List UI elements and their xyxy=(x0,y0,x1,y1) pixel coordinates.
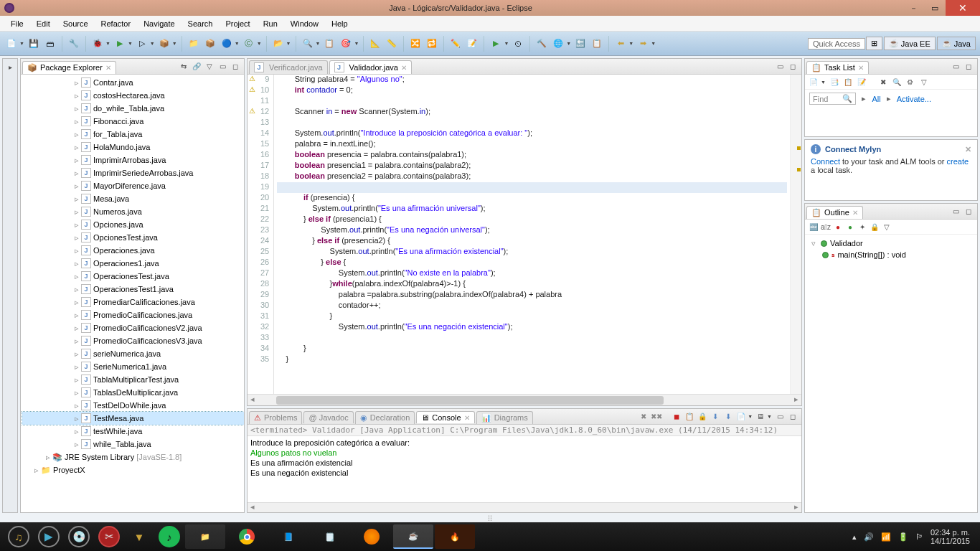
toolbar-button[interactable]: ▶ xyxy=(489,37,503,51)
dropdown-icon[interactable]: ▼ xyxy=(316,41,321,46)
toolbar-button[interactable]: 🎯 xyxy=(339,37,353,51)
outline-class[interactable]: ▿ Validador xyxy=(809,237,973,249)
minimize-icon[interactable]: ▭ xyxy=(951,207,961,217)
console-tool[interactable]: ✖ xyxy=(639,412,649,422)
dropdown-icon[interactable]: ▼ xyxy=(172,41,177,46)
console-output[interactable]: Introduce la preposición categórica a ev… xyxy=(248,436,801,502)
minimize-icon[interactable]: ▭ xyxy=(951,62,961,72)
menu-window[interactable]: Window xyxy=(284,18,325,29)
toolbar-button[interactable]: 📦 xyxy=(203,37,217,51)
maximize-icon[interactable]: ◻ xyxy=(230,62,240,72)
back-button[interactable]: ⬅ xyxy=(613,37,628,51)
all-link[interactable]: All xyxy=(872,95,880,103)
file-row[interactable]: ▹Fibonacci.java xyxy=(22,115,244,128)
toolbar-button[interactable]: 📝 xyxy=(465,37,479,51)
file-row[interactable]: ▹Numeros.java xyxy=(22,205,244,218)
close-button[interactable]: ✕ xyxy=(946,0,980,16)
console-tool[interactable]: 📋 xyxy=(684,412,694,422)
file-row[interactable]: ▹TablasDeMultiplicar.java xyxy=(22,386,244,399)
activate-link[interactable]: Activate... xyxy=(897,95,931,103)
perspective-java[interactable]: ☕Java xyxy=(937,37,976,50)
file-row[interactable]: ▹PromedioCalificaciones.java xyxy=(22,309,244,321)
maximize-button[interactable]: ▭ xyxy=(924,0,946,16)
outline-tool[interactable]: ✦ xyxy=(857,222,867,232)
horizontal-scrollbar[interactable]: ◂ ▸ xyxy=(248,394,801,405)
console-tool[interactable]: 🖥 xyxy=(755,412,765,422)
file-row[interactable]: ▹PromediarCalificaciones.java xyxy=(22,296,244,309)
quick-access-input[interactable]: Quick Access xyxy=(808,38,865,50)
tasklist-tool[interactable]: 📋 xyxy=(843,77,853,87)
file-row[interactable]: ▹for_Tabla.java xyxy=(22,128,244,141)
file-row[interactable]: ▹TestDelDoWhile.java xyxy=(22,399,244,412)
tab-tasklist[interactable]: 📋Task List✕ xyxy=(806,61,869,74)
close-icon[interactable]: ✕ xyxy=(852,209,858,217)
taskbar-app[interactable]: ✂ xyxy=(95,524,123,549)
forward-button[interactable]: ➡ xyxy=(636,37,650,51)
file-row[interactable]: ▹TablaMultiplicarTest.java xyxy=(22,373,244,386)
close-icon[interactable]: ✕ xyxy=(401,64,407,72)
file-row[interactable]: ▹Mesa.java xyxy=(22,192,244,205)
minimize-icon[interactable]: ▭ xyxy=(775,412,785,422)
taskbar-app[interactable]: 💿 xyxy=(65,524,93,549)
link-editor-icon[interactable]: 🔗 xyxy=(192,62,202,72)
taskbar-app-spotify[interactable]: ♪ xyxy=(155,524,184,549)
run-button[interactable]: ▶ xyxy=(113,37,127,51)
outline-tool[interactable]: 🔒 xyxy=(870,222,880,232)
save-button[interactable]: 💾 xyxy=(27,37,41,51)
tab-console[interactable]: 🖥Console✕ xyxy=(416,411,474,423)
console-tool[interactable]: 🔒 xyxy=(697,412,707,422)
debug-button[interactable]: 🐞 xyxy=(90,37,105,51)
maximize-icon[interactable]: ◻ xyxy=(788,62,798,72)
restore-icon[interactable]: ▸ xyxy=(5,62,15,72)
file-row[interactable]: ▹PromedioCalificacionesV2.java xyxy=(22,321,244,334)
dropdown-icon[interactable]: ▼ xyxy=(19,41,24,46)
toolbar-button[interactable]: 🔵 xyxy=(220,37,234,51)
file-row[interactable]: ▹do_while_Tabla.java xyxy=(22,102,244,115)
tasklist-tool[interactable]: 📑 xyxy=(829,77,839,87)
dropdown-icon[interactable]: ▼ xyxy=(235,41,240,46)
taskbar-chrome[interactable] xyxy=(227,524,267,549)
console-scrollbar[interactable]: ◂ ▸ xyxy=(248,502,801,512)
maximize-icon[interactable]: ◻ xyxy=(963,207,974,217)
action-center-icon[interactable]: 🏳 xyxy=(915,532,923,541)
taskbar-eclipse[interactable]: ☕ xyxy=(393,524,433,549)
minimize-button[interactable]: － xyxy=(903,0,924,16)
dropdown-icon[interactable]: ▼ xyxy=(286,41,291,46)
close-icon[interactable]: ✕ xyxy=(858,64,864,72)
minimize-icon[interactable]: ▭ xyxy=(775,62,785,72)
editor-tab-verificador[interactable]: Verificador.java xyxy=(249,60,328,74)
taskbar-app[interactable]: 📘 xyxy=(268,524,308,549)
taskbar-app[interactable]: ▼ xyxy=(125,524,154,549)
file-row[interactable]: ▹OperacionesTest.java xyxy=(22,270,244,283)
tab-problems[interactable]: ⚠Problems xyxy=(249,411,302,424)
toolbar-button[interactable]: 📦 xyxy=(157,37,171,51)
file-row[interactable]: ▹serieNumerica.java xyxy=(22,347,244,360)
tab-package-explorer[interactable]: 📦 Package Explorer ✕ xyxy=(22,61,116,74)
package-tree[interactable]: ▹Contar.java▹costosHectarea.java▹do_whil… xyxy=(21,75,244,512)
file-row[interactable]: ▹OperacionesTest1.java xyxy=(22,283,244,296)
menu-run[interactable]: Run xyxy=(257,18,284,29)
maximize-icon[interactable]: ◻ xyxy=(788,412,798,422)
battery-icon[interactable]: 🔋 xyxy=(898,532,908,542)
dropdown-icon[interactable]: ▼ xyxy=(150,41,155,46)
taskbar-app[interactable]: 🗒️ xyxy=(310,524,350,549)
perspective-javaee[interactable]: ☕Java EE xyxy=(884,37,936,50)
dropdown-icon[interactable]: ▼ xyxy=(128,41,133,46)
library-row[interactable]: ▹JRE System Library [JavaSE-1.8] xyxy=(22,451,244,463)
tasklist-tool[interactable]: ✖ xyxy=(878,77,888,87)
file-row[interactable]: ▹OpcionesTest.java xyxy=(22,231,244,244)
file-row[interactable]: ▹MayorDiference.java xyxy=(22,179,244,192)
console-tool[interactable]: ⬇ xyxy=(710,412,720,422)
tab-declaration[interactable]: ◉Declaration xyxy=(355,411,415,424)
toolbar-button[interactable]: 🔁 xyxy=(425,37,439,51)
toolbar-button[interactable]: 📋 xyxy=(590,37,604,51)
dropdown-icon[interactable]: ▼ xyxy=(651,41,656,46)
dropdown-icon[interactable]: ▼ xyxy=(566,41,571,46)
tasklist-tool[interactable]: 📝 xyxy=(857,77,867,87)
minimize-icon[interactable]: ▭ xyxy=(217,62,227,72)
run-last-button[interactable]: ▷ xyxy=(135,37,149,51)
file-row[interactable]: ▹Operaciones.java xyxy=(22,244,244,257)
new-class-button[interactable]: Ⓒ xyxy=(242,37,256,51)
file-row[interactable]: ▹PromedioCalificacionesV3.java xyxy=(22,334,244,347)
file-row[interactable]: ▹ImprimirArrobas.java xyxy=(22,154,244,166)
